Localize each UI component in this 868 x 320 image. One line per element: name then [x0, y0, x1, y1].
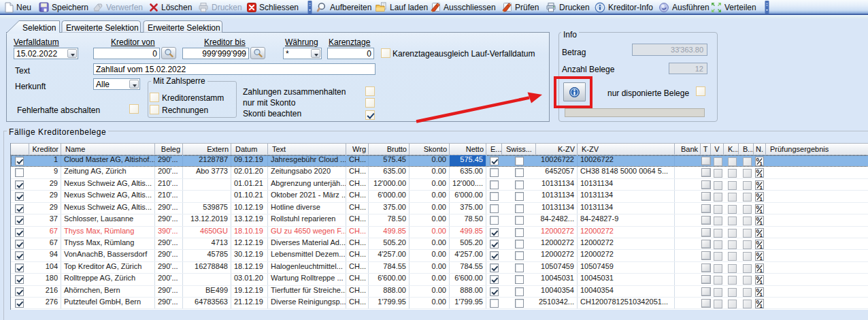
svg-text:1: 1 [760, 185, 763, 190]
svg-text:1: 1 [760, 279, 763, 285]
svg-text:1: 1 [760, 255, 763, 261]
svg-text:1: 1 [760, 232, 763, 238]
svg-text:1: 1 [760, 291, 763, 297]
svg-text:1: 1 [760, 161, 763, 166]
svg-text:1: 1 [760, 196, 763, 202]
svg-text:1: 1 [760, 208, 763, 214]
svg-text:1: 1 [760, 244, 763, 249]
svg-text:1: 1 [760, 268, 763, 273]
svg-text:1: 1 [760, 172, 763, 178]
svg-text:1: 1 [760, 220, 763, 225]
svg-text:1: 1 [760, 303, 763, 308]
